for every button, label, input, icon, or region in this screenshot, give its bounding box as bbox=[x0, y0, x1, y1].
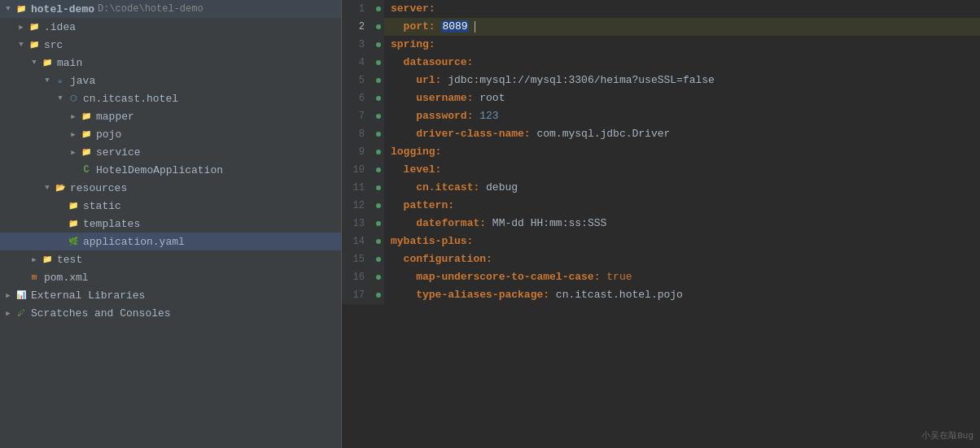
editor-line-11: 11 cn.itcast: debug bbox=[342, 179, 980, 197]
editor-panel[interactable]: 1 server: 2 port: 8089 3 spring: 4 datas… bbox=[342, 0, 980, 448]
line-num-4: 4 bbox=[342, 54, 373, 72]
main-folder-icon: 📁 bbox=[41, 56, 54, 69]
pojo-folder-icon: 📁 bbox=[80, 128, 93, 141]
library-icon: 📊 bbox=[15, 289, 28, 302]
gutter-dot-6 bbox=[376, 96, 381, 101]
idea-label: .idea bbox=[44, 21, 76, 33]
scratch-chevron: ▶ bbox=[3, 308, 13, 318]
port-value: 8089 bbox=[441, 20, 468, 33]
line-num-7: 7 bbox=[342, 107, 373, 125]
scratch-icon: 🖊 bbox=[15, 307, 28, 320]
package-label: cn.itcast.hotel bbox=[83, 93, 178, 105]
tree-item-src[interactable]: ▼ 📁 src bbox=[0, 36, 341, 54]
line-num-17: 17 bbox=[342, 286, 373, 304]
line-num-14: 14 bbox=[342, 233, 373, 250]
editor-line-1: 1 server: bbox=[342, 0, 980, 18]
gutter-dot-13 bbox=[376, 221, 381, 226]
line-num-5: 5 bbox=[342, 72, 373, 89]
static-chevron bbox=[55, 201, 65, 211]
editor-line-4: 4 datasource: bbox=[342, 54, 980, 72]
test-label: test bbox=[57, 254, 82, 266]
ext-lib-chevron: ▶ bbox=[3, 290, 13, 300]
gutter-dot-17 bbox=[376, 293, 381, 298]
tree-item-pojo[interactable]: ▶ 📁 pojo bbox=[0, 125, 341, 143]
gutter-11 bbox=[373, 179, 384, 197]
root-path: D:\code\hotel-demo bbox=[98, 3, 203, 15]
gutter-12 bbox=[373, 197, 384, 215]
service-chevron: ▶ bbox=[68, 147, 78, 157]
gutter-dot-1 bbox=[376, 7, 381, 11]
yaml-val-aliases: cn.itcast.hotel.pojo bbox=[556, 289, 683, 301]
line-content-8: driver-class-name: com.mysql.jdbc.Driver bbox=[384, 125, 980, 143]
gutter-2 bbox=[373, 18, 384, 36]
cursor bbox=[475, 21, 475, 33]
line-num-11: 11 bbox=[342, 179, 373, 197]
src-folder-icon: 📁 bbox=[28, 38, 41, 51]
gutter-dot-10 bbox=[376, 167, 381, 172]
line-content-11: cn.itcast: debug bbox=[384, 179, 980, 197]
gutter-17 bbox=[373, 286, 384, 304]
line-content-10: level: bbox=[384, 161, 980, 179]
resources-chevron: ▼ bbox=[42, 183, 52, 193]
editor-line-2: 2 port: 8089 bbox=[342, 18, 980, 36]
editor-line-10: 10 level: bbox=[342, 161, 980, 179]
yaml-val-driver: com.mysql.jdbc.Driver bbox=[536, 128, 670, 140]
yaml-key-driver: driver-class-name: bbox=[416, 128, 530, 140]
tree-root[interactable]: ▼ 📁 hotel-demo D:\code\hotel-demo bbox=[0, 0, 341, 18]
editor-line-12: 12 pattern: bbox=[342, 197, 980, 215]
yaml-val-password: 123 bbox=[479, 110, 498, 122]
tree-item-mapper[interactable]: ▶ 📁 mapper bbox=[0, 107, 341, 125]
main-chevron: ▼ bbox=[29, 58, 39, 67]
main-label: main bbox=[57, 57, 82, 69]
java-class-icon: C bbox=[80, 163, 93, 176]
yaml-key-username: username: bbox=[416, 92, 473, 104]
line-content-2: port: 8089 bbox=[384, 18, 980, 36]
gutter-1 bbox=[373, 0, 384, 18]
pom-label: pom.xml bbox=[44, 272, 89, 284]
line-content-14: mybatis-plus: bbox=[384, 233, 980, 250]
tree-item-external-libraries[interactable]: ▶ 📊 External Libraries bbox=[0, 286, 341, 304]
yaml-key-camel: map-underscore-to-camel-case: bbox=[416, 271, 600, 283]
tree-item-service[interactable]: ▶ 📁 service bbox=[0, 143, 341, 161]
tree-item-application-yaml[interactable]: 🌿 application.yaml bbox=[0, 233, 341, 250]
src-label: src bbox=[44, 39, 63, 51]
gutter-7 bbox=[373, 107, 384, 125]
yaml-key-pattern: pattern: bbox=[404, 199, 454, 211]
gutter-13 bbox=[373, 215, 384, 233]
tree-item-test[interactable]: ▶ 📁 test bbox=[0, 250, 341, 268]
file-tree: ▼ 📁 hotel-demo D:\code\hotel-demo ▶ 📁 .i… bbox=[0, 0, 342, 448]
gutter-dot-3 bbox=[376, 42, 381, 47]
line-content-17: type-aliases-package: cn.itcast.hotel.po… bbox=[384, 286, 980, 304]
gutter-dot-14 bbox=[376, 239, 381, 244]
root-folder-icon: 📁 bbox=[15, 2, 28, 15]
tree-item-hotel-demo-app[interactable]: C HotelDemoApplication bbox=[0, 161, 341, 179]
java-folder-icon: ☕ bbox=[54, 74, 67, 87]
tree-item-templates[interactable]: 📁 templates bbox=[0, 215, 341, 233]
gutter-15 bbox=[373, 250, 384, 268]
tree-item-package[interactable]: ▼ ⬡ cn.itcast.hotel bbox=[0, 89, 341, 107]
gutter-dot-15 bbox=[376, 257, 381, 262]
tree-item-java[interactable]: ▼ ☕ java bbox=[0, 72, 341, 89]
mapper-folder-icon: 📁 bbox=[80, 110, 93, 123]
tree-item-resources[interactable]: ▼ 📂 resources bbox=[0, 179, 341, 197]
tree-item-pom[interactable]: m pom.xml bbox=[0, 268, 341, 286]
yaml-val-debug: debug bbox=[486, 181, 518, 194]
line-num-3: 3 bbox=[342, 36, 373, 54]
tree-item-scratches[interactable]: ▶ 🖊 Scratches and Consoles bbox=[0, 304, 341, 322]
editor-line-5: 5 url: jdbc:mysql://mysql:3306/heima?use… bbox=[342, 72, 980, 89]
yaml-label: application.yaml bbox=[83, 236, 185, 248]
yaml-chevron bbox=[55, 237, 65, 246]
gutter-9 bbox=[373, 143, 384, 161]
tree-item-main[interactable]: ▼ 📁 main bbox=[0, 54, 341, 72]
src-chevron: ▼ bbox=[16, 40, 26, 50]
mapper-label: mapper bbox=[96, 111, 134, 123]
app-chevron bbox=[68, 165, 78, 175]
templates-label: templates bbox=[83, 218, 140, 230]
static-label: static bbox=[83, 200, 121, 212]
watermark: 小吴在敲Bug bbox=[921, 429, 973, 441]
tree-item-static[interactable]: 📁 static bbox=[0, 197, 341, 215]
tree-item-idea[interactable]: ▶ 📁 .idea bbox=[0, 18, 341, 36]
yaml-key-url: url: bbox=[416, 74, 441, 86]
templates-chevron bbox=[55, 219, 65, 228]
yaml-key-mybatis: mybatis-plus: bbox=[391, 235, 473, 247]
